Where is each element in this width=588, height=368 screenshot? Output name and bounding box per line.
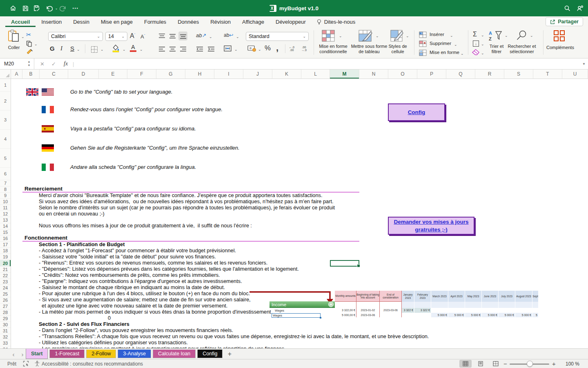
sheet-tab-calculate-loan[interactable]: Calculate loan [153,350,196,358]
column-header-M[interactable]: M [330,70,359,79]
merge-chevron-icon[interactable]: ⌄ [234,48,238,52]
row-header-25[interactable]: 25 [0,291,11,297]
paste-icon[interactable] [7,29,20,43]
search-icon[interactable] [563,4,571,12]
insert-cells-icon[interactable] [419,31,427,39]
ribbon-tab-révision[interactable]: Révision [205,16,236,27]
row-header-13[interactable]: 13 [0,217,11,223]
tab-scroll-right-icon[interactable]: › [19,350,26,358]
conditional-formatting-label[interactable]: Mise en forme conditionnelle [314,44,352,54]
percent-style-button[interactable]: % [265,44,271,52]
row-header-3[interactable]: 3 [0,110,11,130]
borders-chevron-icon[interactable]: ⌄ [100,48,104,52]
underline-button[interactable]: S [70,45,74,52]
row-header-1[interactable]: 1 [0,79,11,92]
clear-chevron-icon[interactable]: ⌄ [481,52,484,55]
row-header-32[interactable]: 32 [0,334,11,340]
column-header-L[interactable]: L [301,70,330,79]
fill-chevron-icon[interactable]: ⌄ [481,43,484,46]
paste-chevron-icon[interactable]: ⌄ [21,35,24,39]
row-header-12[interactable]: 12 [0,211,11,217]
accounting-format-button[interactable]: ¤ [247,45,256,53]
active-cell-selection[interactable] [330,260,359,267]
row-header-20[interactable]: 20 [0,260,11,267]
formula-bar-expand-icon[interactable]: ▼ [582,58,586,69]
ribbon-tab-développeur[interactable]: Développeur [270,16,312,27]
fill-color-button[interactable] [112,44,120,53]
redo-icon[interactable] [59,4,67,12]
accessibility-status[interactable]: Accessibilité : consultez nos recommanda… [42,359,143,368]
conditional-formatting-chevron-icon[interactable]: ⌄ [339,34,342,38]
align-center-button[interactable] [168,45,177,54]
row-header-4[interactable]: 4 [0,130,11,149]
addins-icon[interactable] [554,30,565,41]
accounting-chevron-icon[interactable]: ⌄ [258,48,261,52]
sheet-tab-1-forecast[interactable]: 1-Forecast [49,350,85,358]
delete-label[interactable]: Supprimer [430,41,451,46]
more-options-icon[interactable]: ⋯ [71,4,79,12]
ribbon-tab-dessin[interactable]: Dessin [67,16,95,27]
font-color-button[interactable]: A [130,45,136,52]
orientation-chevron-icon[interactable]: ⌄ [209,35,212,39]
copy-chevron-icon[interactable]: ⌄ [34,43,38,46]
column-header-J[interactable]: J [243,70,272,79]
row-headers[interactable]: 1234567891011121314151617181920212223242… [0,79,11,348]
fill-down-button[interactable]: ↓ [473,40,479,47]
ribbon-tab-affichage[interactable]: Affichage [236,16,270,27]
wrap-text-button[interactable]: ab↩ [224,32,233,38]
sort-filter-chevron-icon[interactable]: ⌄ [505,34,508,38]
format-cells-chevron-icon[interactable]: ⌄ [461,52,464,56]
row-header-23[interactable]: 23 [0,279,11,285]
sheet-tab-start[interactable]: Start [26,349,48,359]
paste-label[interactable]: Coller [3,45,24,50]
tell-me-button[interactable]: Dites-le-nous [312,16,361,27]
align-bottom-button[interactable] [178,31,187,40]
row-header-31[interactable]: 31 [0,328,11,334]
row-header-24[interactable]: 24 [0,285,11,291]
copy-icon[interactable] [26,40,32,48]
number-format-select[interactable]: Standard⌄ [246,32,309,41]
clear-button[interactable] [472,49,479,56]
fill-color-chevron-icon[interactable]: ⌄ [122,48,126,52]
font-name-select[interactable]: Calibri⌄ [48,32,103,41]
row-header-2[interactable]: 2 [0,92,11,110]
autosum-chevron-icon[interactable]: ⌄ [481,34,484,37]
align-top-button[interactable] [157,31,166,40]
font-size-select[interactable]: 14⌄ [105,32,127,41]
account-icon[interactable] [576,4,584,12]
column-header-P[interactable]: P [417,70,446,79]
format-as-table-chevron-icon[interactable]: ⌄ [376,34,379,38]
name-box-spinner[interactable]: ▲▼ [26,60,32,68]
ribbon-tab-formules[interactable]: Formules [138,16,172,27]
accessibility-icon[interactable] [34,359,40,368]
decrease-font-button[interactable]: Aˇ [140,34,145,40]
decrease-indent-button[interactable] [195,45,204,54]
page-break-view-button[interactable] [490,360,502,368]
select-all-corner[interactable] [0,70,11,79]
save-as-icon[interactable] [33,4,41,12]
format-painter-icon[interactable] [26,49,33,56]
row-header-30[interactable]: 30 [0,322,11,328]
sheet-tab-3-analyse[interactable]: 3-Analyse [118,350,151,358]
name-box[interactable]: M20 ▲▼ [0,58,34,69]
italic-button[interactable]: I [60,45,62,52]
column-header-Q[interactable]: Q [446,70,475,79]
decrease-decimal-button[interactable]: .00→.0 [301,46,307,52]
column-header-N[interactable]: N [359,70,388,79]
format-cells-icon[interactable] [419,49,427,57]
row-header-17[interactable]: 17 [0,242,11,248]
request-updates-button[interactable]: Demander vos mises à jours gratruites ;-… [388,217,474,235]
row-header-19[interactable]: 19 [0,254,11,260]
format-as-table-label[interactable]: Mettre sous forme de tableau [350,44,388,54]
borders-button[interactable] [91,46,98,54]
row-header-5[interactable]: 5 [0,149,11,168]
row-header-14[interactable]: 14 [0,223,11,229]
find-select-label[interactable]: Rechercher et sélectionner [503,44,541,54]
normal-view-button[interactable] [459,360,472,368]
column-header-D[interactable]: D [68,70,99,79]
row-header-10[interactable]: 10 [0,199,11,205]
font-color-chevron-icon[interactable]: ⌄ [140,48,143,52]
column-header-A[interactable]: A [11,70,22,79]
align-left-button[interactable] [157,45,166,54]
format-as-table-icon[interactable] [359,30,373,43]
